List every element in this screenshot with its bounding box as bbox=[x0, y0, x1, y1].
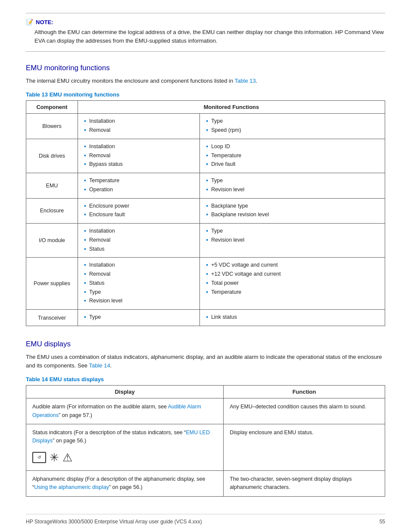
note-section: 📝 NOTE: Although the EMU can determine t… bbox=[26, 13, 385, 52]
table-row: TemperatureOperation bbox=[78, 173, 200, 199]
list-item: Type bbox=[83, 313, 194, 321]
list-item: Total power bbox=[205, 279, 380, 287]
table-row: Status indicators (For a description of … bbox=[26, 424, 224, 470]
emu-displays-heading: EMU displays bbox=[26, 340, 385, 348]
list-item: +12 VDC voltage and current bbox=[205, 270, 380, 278]
led-icon: ✳ bbox=[50, 449, 59, 466]
list-item: Drive fault bbox=[205, 160, 380, 168]
table-row: InstallationRemoval bbox=[78, 114, 200, 139]
list-item: Status bbox=[83, 245, 194, 253]
emu-monitoring-heading: EMU monitoring functions bbox=[26, 64, 385, 72]
table-row: Any EMU–detected condition causes this a… bbox=[224, 398, 385, 424]
enclosure-icon: ↺ bbox=[32, 452, 46, 463]
audible-alarm-link[interactable]: Audible Alarm Operations bbox=[32, 404, 201, 418]
table-row: Backplane typeBackplane revision level bbox=[200, 198, 385, 224]
list-item: Status bbox=[83, 279, 194, 287]
intro-end-text: . bbox=[256, 78, 258, 84]
list-item: Installation bbox=[83, 261, 194, 269]
table14-link[interactable]: Table 14 bbox=[89, 362, 110, 369]
table-row: InstallationRemovalStatus bbox=[78, 224, 200, 258]
table-row: InstallationRemovalBypass status bbox=[78, 139, 200, 173]
displays-intro-start: The EMU uses a combination of status ind… bbox=[26, 354, 382, 369]
list-item: Installation bbox=[83, 143, 194, 151]
list-item: Temperature bbox=[205, 288, 380, 296]
col-function: Function bbox=[224, 386, 385, 398]
table-row: InstallationRemovalStatusTypeRevision le… bbox=[78, 258, 200, 310]
col-monitored: Monitored Functions bbox=[78, 101, 385, 114]
table-row: EMU bbox=[26, 173, 78, 199]
list-item: Operation bbox=[83, 186, 194, 194]
table13-link[interactable]: Table 13 bbox=[235, 78, 256, 84]
list-item: Installation bbox=[83, 227, 194, 235]
list-item: Link status bbox=[205, 313, 380, 321]
list-item: Type bbox=[83, 288, 194, 296]
table-row: Audible alarm (For information on the au… bbox=[26, 398, 224, 424]
list-item: Type bbox=[205, 117, 380, 125]
emu-displays-section: EMU displays The EMU uses a combination … bbox=[26, 340, 385, 497]
list-item: +5 VDC voltage and current bbox=[205, 261, 380, 269]
list-item: Temperature bbox=[205, 152, 380, 160]
table13-caption: Table 13 EMU monitoring functions bbox=[26, 91, 385, 98]
list-item: Installation bbox=[83, 117, 194, 125]
list-item: Speed (rpm) bbox=[205, 126, 380, 134]
list-item: Removal bbox=[83, 270, 194, 278]
displays-intro-end: . bbox=[110, 362, 112, 369]
table13: Component Monitored Functions BlowersIns… bbox=[26, 100, 385, 326]
table-row: Link status bbox=[200, 310, 385, 326]
footer-page-number: 55 bbox=[380, 519, 385, 525]
table-row: Loop IDTemperatureDrive fault bbox=[200, 139, 385, 173]
emu-monitoring-section: EMU monitoring functions The internal EM… bbox=[26, 64, 385, 326]
list-item: Temperature bbox=[83, 177, 194, 185]
note-body-text: Although the EMU can determine the logic… bbox=[34, 29, 384, 44]
intro-start-text: The internal EMU circuitry monitors the … bbox=[26, 78, 235, 84]
alphanumeric-display-link[interactable]: Using the alphanumeric display bbox=[34, 484, 109, 490]
table-row: Transceiver bbox=[26, 310, 78, 326]
emu-led-link[interactable]: EMU LED Displays bbox=[32, 429, 210, 444]
table14-caption: Table 14 EMU status displays bbox=[26, 376, 385, 383]
table-row: Type bbox=[78, 310, 200, 326]
table-row: Display enclosure and EMU status. bbox=[224, 424, 385, 470]
col-display: Display bbox=[26, 386, 224, 398]
list-item: Revision level bbox=[205, 186, 380, 194]
note-body: Although the EMU can determine the logic… bbox=[26, 28, 385, 45]
list-item: Revision level bbox=[83, 297, 194, 305]
table-row: I/O module bbox=[26, 224, 78, 258]
table-row: Power supplies bbox=[26, 258, 78, 310]
footer-doc-title: HP StorageWorks 3000/5000 Enterprise Vir… bbox=[26, 519, 202, 525]
table-row: Alphanumeric display (For a description … bbox=[26, 471, 224, 497]
list-item: Enclosure power bbox=[83, 202, 194, 210]
list-item: Type bbox=[205, 177, 380, 185]
list-item: Removal bbox=[83, 126, 194, 134]
col-component: Component bbox=[26, 101, 78, 114]
table-row: Enclosure powerEnclosure fault bbox=[78, 198, 200, 224]
table-row: The two-character, seven-segment display… bbox=[224, 471, 385, 497]
status-icons: ↺ ✳ ⚠ bbox=[32, 449, 217, 466]
table-row: Disk drives bbox=[26, 139, 78, 173]
table-row: TypeRevision level bbox=[200, 173, 385, 199]
note-title-text: NOTE: bbox=[36, 19, 53, 25]
list-item: Backplane type bbox=[205, 202, 380, 210]
warning-icon: ⚠ bbox=[62, 449, 72, 466]
page-footer: HP StorageWorks 3000/5000 Enterprise Vir… bbox=[26, 514, 385, 525]
list-item: Removal bbox=[83, 152, 194, 160]
table-row: TypeRevision level bbox=[200, 224, 385, 258]
note-icon: 📝 bbox=[26, 19, 33, 25]
table-row: +5 VDC voltage and current+12 VDC voltag… bbox=[200, 258, 385, 310]
list-item: Removal bbox=[83, 236, 194, 244]
list-item: Type bbox=[205, 227, 380, 235]
table-row: Blowers bbox=[26, 114, 78, 139]
table-row: TypeSpeed (rpm) bbox=[200, 114, 385, 139]
note-title: 📝 NOTE: bbox=[26, 19, 385, 25]
emu-monitoring-intro: The internal EMU circuitry monitors the … bbox=[26, 77, 385, 85]
list-item: Revision level bbox=[205, 236, 380, 244]
table-row: Enclosure bbox=[26, 198, 78, 224]
list-item: Enclosure fault bbox=[83, 211, 194, 219]
list-item: Bypass status bbox=[83, 160, 194, 168]
list-item: Backplane revision level bbox=[205, 211, 380, 219]
emu-displays-intro: The EMU uses a combination of status ind… bbox=[26, 353, 385, 370]
list-item: Loop ID bbox=[205, 143, 380, 151]
table14: Display Function Audible alarm (For info… bbox=[26, 385, 385, 497]
